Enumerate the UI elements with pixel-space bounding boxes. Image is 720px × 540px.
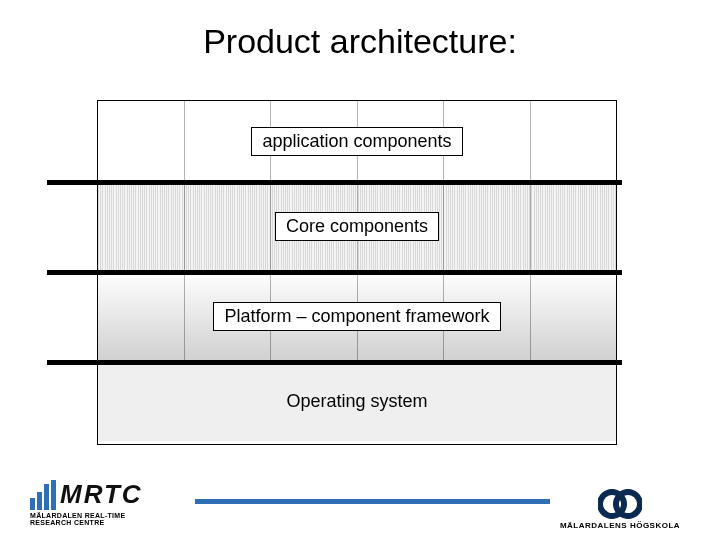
layer-core: Core components [98,181,616,271]
layer-platform: Platform – component framework [98,271,616,361]
separator-line [47,360,622,365]
layer-os-label: Operating system [276,388,437,415]
mrtc-logo-block: MRTC MÄLARDALEN REAL-TIME RESEARCH CENTR… [30,479,180,526]
layer-platform-label: Platform – component framework [213,302,500,331]
mrtc-acronym: MRTC [60,479,143,510]
layer-application: application components [98,101,616,181]
mrtc-bars-icon [30,480,56,510]
layer-core-label: Core components [275,212,439,241]
footer-accent-line [195,499,550,504]
school-logo-icon [598,489,642,519]
school-name: MÄLARDALENS HÖGSKOLA [550,521,690,530]
footer: MRTC MÄLARDALEN REAL-TIME RESEARCH CENTR… [0,470,720,540]
separator-line [47,180,622,185]
layer-os: Operating system [98,361,616,441]
school-logo-block: MÄLARDALENS HÖGSKOLA [550,489,690,530]
slide-title: Product architecture: [0,0,720,61]
layer-application-label: application components [251,127,462,156]
separator-line [47,270,622,275]
mrtc-full-name: MÄLARDALEN REAL-TIME RESEARCH CENTRE [30,512,180,526]
